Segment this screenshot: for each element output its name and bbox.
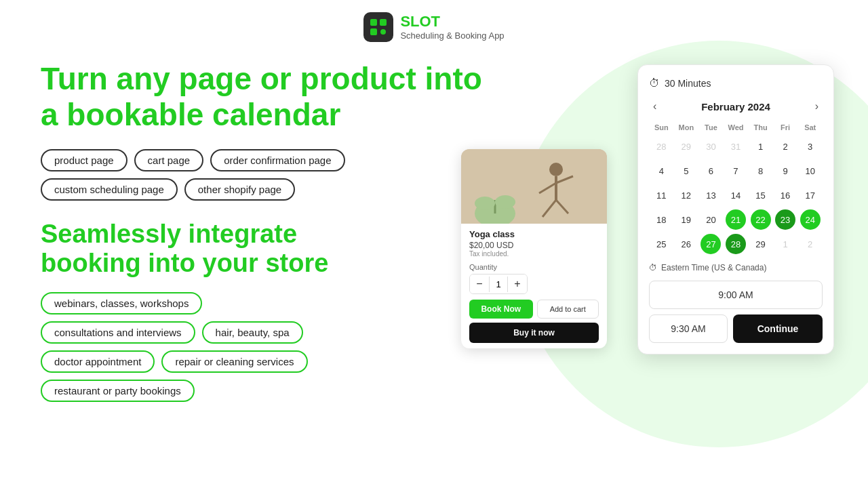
- calendar-card: ⏱ 30 Minutes ‹ February 2024 › Sun Mon T…: [637, 64, 834, 354]
- day-29[interactable]: 29: [751, 234, 771, 254]
- duration-info: ⏱ 30 Minutes: [649, 77, 823, 89]
- day-26[interactable]: 26: [676, 234, 696, 254]
- day-23[interactable]: 23: [775, 209, 795, 230]
- tag-cart-page: cart page: [134, 149, 204, 171]
- logo-name: SLOT: [400, 14, 504, 30]
- tag-restaurant: restaurant or party bookings: [41, 380, 195, 402]
- day-header-sun: Sun: [649, 121, 674, 134]
- subheadline-line2: booking into your store: [41, 249, 328, 277]
- tag-hair-beauty: hair, beauty, spa: [202, 321, 303, 344]
- day-28-prev[interactable]: 28: [651, 136, 671, 157]
- product-tax: Tax included.: [469, 250, 599, 258]
- day-15[interactable]: 15: [751, 185, 771, 205]
- day-27[interactable]: 27: [701, 234, 721, 254]
- tag-custom-scheduling: custom scheduling page: [41, 178, 178, 201]
- use-case-row-3: doctor appointment repair or cleaning se…: [41, 350, 515, 373]
- day-header-fri: Fri: [773, 121, 798, 134]
- product-price: $20,00 USD: [469, 241, 599, 250]
- tag-order-confirmation: order confirmation page: [210, 149, 344, 171]
- calendar-week-5: 25 26 27 28 29 1 2: [649, 232, 823, 256]
- day-21[interactable]: 21: [726, 209, 746, 230]
- product-image: [461, 149, 607, 224]
- day-30-prev[interactable]: 30: [701, 136, 721, 157]
- logo-subtitle: Scheduling & Booking App: [400, 30, 504, 41]
- headline-line1: Turn any page or product into: [41, 61, 482, 96]
- tag-repair: repair or cleaning services: [161, 350, 307, 373]
- day-10[interactable]: 10: [800, 161, 821, 181]
- quantity-label: Quantity: [469, 263, 599, 271]
- quantity-control: − 1 +: [469, 274, 528, 294]
- day-6[interactable]: 6: [701, 161, 721, 181]
- time-slot-930am[interactable]: 9:30 AM: [649, 314, 728, 343]
- day-12[interactable]: 12: [676, 185, 696, 205]
- day-28[interactable]: 28: [726, 234, 746, 254]
- calendar-week-3: 11 12 13 14 15 16 17: [649, 183, 823, 207]
- day-header-wed: Wed: [724, 121, 749, 134]
- calendar-week-2: 4 5 6 7 8 9 10: [649, 159, 823, 183]
- day-22[interactable]: 22: [751, 209, 771, 230]
- day-31-prev[interactable]: 31: [726, 136, 746, 157]
- time-slots: 9:00 AM 9:30 AM Continue: [649, 281, 823, 343]
- day-24[interactable]: 24: [800, 209, 821, 230]
- day-2-next[interactable]: 2: [800, 234, 821, 254]
- svg-rect-2: [370, 28, 377, 35]
- day-19[interactable]: 19: [676, 209, 696, 230]
- buy-it-now-button[interactable]: Buy it now: [469, 323, 599, 343]
- day-1-next[interactable]: 1: [775, 234, 795, 254]
- svg-rect-0: [370, 19, 377, 26]
- svg-point-13: [475, 197, 495, 210]
- day-9[interactable]: 9: [775, 161, 795, 181]
- qty-increase-button[interactable]: +: [508, 274, 527, 293]
- day-7[interactable]: 7: [726, 161, 746, 181]
- day-11[interactable]: 11: [651, 185, 671, 205]
- day-5[interactable]: 5: [676, 161, 696, 181]
- use-cases: webinars, classes, workshops consultatio…: [41, 292, 515, 402]
- calendar-grid: Sun Mon Tue Wed Thu Fri Sat 28 29 30 31 …: [649, 121, 823, 256]
- prev-month-button[interactable]: ‹: [649, 99, 660, 114]
- day-header-tue: Tue: [698, 121, 724, 134]
- timezone-info: ⏱ Eastern Time (US & Canada): [649, 263, 823, 272]
- time-slot-9am[interactable]: 9:00 AM: [649, 281, 823, 309]
- day-18[interactable]: 18: [651, 209, 671, 230]
- day-13[interactable]: 13: [701, 185, 721, 205]
- qty-decrease-button[interactable]: −: [470, 274, 489, 293]
- product-card: Yoga class $20,00 USD Tax included. Quan…: [461, 149, 607, 348]
- day-header-thu: Thu: [748, 121, 773, 134]
- day-8[interactable]: 8: [751, 161, 771, 181]
- day-4[interactable]: 4: [651, 161, 671, 181]
- continue-button[interactable]: Continue: [733, 314, 823, 343]
- calendar-header-row: Sun Mon Tue Wed Thu Fri Sat: [649, 121, 823, 134]
- subheadline-line1: Seamlessly integrate: [41, 220, 297, 248]
- day-1[interactable]: 1: [751, 136, 771, 157]
- clock-icon: ⏱: [649, 77, 660, 89]
- subheadline: Seamlessly integrate booking into your s…: [41, 220, 515, 279]
- day-25[interactable]: 25: [651, 234, 671, 254]
- day-3[interactable]: 3: [800, 136, 821, 157]
- calendar-month: February 2024: [701, 101, 770, 113]
- book-now-button[interactable]: Book Now: [469, 300, 533, 319]
- next-month-button[interactable]: ›: [811, 99, 823, 114]
- tag-other-shopify: other shopify page: [184, 178, 295, 201]
- day-29-prev[interactable]: 29: [676, 136, 696, 157]
- timezone-icon: ⏱: [649, 263, 657, 272]
- yoga-image: [461, 149, 607, 224]
- use-case-row-4: restaurant or party bookings: [41, 380, 515, 402]
- day-14[interactable]: 14: [726, 185, 746, 205]
- day-17[interactable]: 17: [800, 185, 821, 205]
- tag-doctor: doctor appointment: [41, 350, 155, 373]
- svg-rect-1: [380, 19, 387, 26]
- add-to-cart-button[interactable]: Add to cart: [537, 300, 599, 319]
- tag-product-page: product page: [41, 149, 127, 171]
- product-name: Yoga class: [469, 229, 599, 239]
- headline: Turn any page or product into a bookable…: [41, 61, 515, 133]
- logo-icon: [363, 12, 393, 42]
- left-section: Turn any page or product into a bookable…: [41, 61, 515, 402]
- day-2[interactable]: 2: [775, 136, 795, 157]
- page-type-tags-2: custom scheduling page other shopify pag…: [41, 178, 515, 201]
- page-type-tags: product page cart page order confirmatio…: [41, 149, 515, 171]
- day-16[interactable]: 16: [775, 185, 795, 205]
- svg-point-5: [549, 163, 563, 176]
- time-slot-row: 9:30 AM Continue: [649, 314, 823, 343]
- svg-point-14: [495, 195, 515, 209]
- day-20[interactable]: 20: [701, 209, 721, 230]
